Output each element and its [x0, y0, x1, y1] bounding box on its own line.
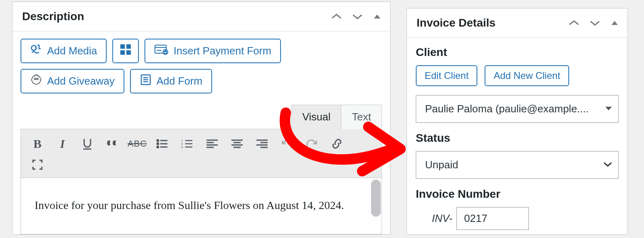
add-form-button[interactable]: Add Form — [130, 69, 212, 93]
move-down-icon[interactable] — [590, 20, 600, 26]
tab-text[interactable]: Text — [341, 105, 382, 129]
panel-order-controls-side — [569, 20, 619, 26]
description-header: Description — [12, 2, 390, 31]
editor-content-area[interactable]: Invoice for your purchase from Sullie's … — [21, 178, 382, 234]
media-icon — [30, 44, 42, 58]
editor-tabs: Visual Text — [21, 105, 382, 129]
invoice-number-input[interactable] — [456, 207, 529, 230]
insert-payment-form-button[interactable]: Insert Payment Form — [144, 39, 281, 63]
description-title: Description — [22, 10, 84, 23]
move-up-icon[interactable] — [331, 13, 342, 20]
invoice-details-body: Client Edit Client Add New Client Paulie… — [407, 38, 627, 234]
fullscreen-button[interactable] — [25, 155, 50, 174]
edit-client-button[interactable]: Edit Client — [416, 65, 477, 86]
svg-text:3: 3 — [181, 145, 183, 149]
add-form-label: Add Form — [157, 75, 202, 87]
payment-form-icon — [154, 44, 169, 58]
svg-point-17 — [157, 140, 159, 141]
description-body: Add Media Insert Payment Form — [12, 31, 390, 234]
description-metabox: Description — [12, 2, 390, 235]
tab-visual[interactable]: Visual — [291, 105, 341, 129]
panel-order-controls — [331, 13, 381, 20]
undo-button[interactable] — [275, 134, 299, 153]
form-icon — [140, 74, 152, 89]
invoice-number-prefix: INV- — [416, 212, 452, 225]
svg-rect-3 — [120, 50, 125, 55]
strikethrough-button[interactable]: ABC — [125, 134, 150, 153]
italic-button[interactable]: I — [50, 134, 75, 153]
toggle-panel-icon[interactable] — [373, 14, 381, 19]
svg-rect-1 — [120, 44, 125, 49]
move-down-icon[interactable] — [352, 13, 363, 20]
client-label: Client — [416, 46, 619, 59]
invoice-number-label: Invoice Number — [416, 188, 619, 201]
blockquote-button[interactable] — [100, 134, 125, 153]
svg-rect-4 — [126, 50, 131, 55]
move-up-icon[interactable] — [569, 20, 579, 26]
status-select[interactable]: Unpaid — [416, 151, 619, 179]
bullet-list-button[interactable] — [150, 134, 175, 153]
status-label: Status — [416, 132, 619, 145]
editor-text: Invoice for your purchase from Sullie's … — [35, 199, 344, 211]
client-select[interactable]: Paulie Paloma (paulie@example.... — [416, 95, 619, 123]
svg-point-19 — [157, 143, 159, 145]
redo-button[interactable] — [299, 134, 324, 153]
numbered-list-button[interactable]: 123 — [175, 134, 200, 153]
link-button[interactable] — [324, 134, 349, 153]
invoice-number-row: INV- — [416, 207, 619, 230]
insert-payment-form-label: Insert Payment Form — [173, 45, 271, 57]
blocks-icon — [120, 43, 132, 58]
add-media-button[interactable]: Add Media — [21, 39, 107, 63]
blocks-button[interactable] — [112, 39, 139, 63]
svg-point-21 — [157, 146, 159, 148]
editor-toolbar: B I ABC 123 — [21, 129, 382, 178]
align-right-button[interactable] — [250, 134, 275, 153]
svg-rect-2 — [126, 44, 131, 49]
svg-point-11 — [37, 78, 38, 80]
align-left-button[interactable] — [200, 134, 225, 153]
svg-point-10 — [34, 78, 36, 80]
editor-scrollbar[interactable] — [371, 180, 381, 217]
add-new-client-button[interactable]: Add New Client — [485, 65, 569, 86]
invoice-details-title: Invoice Details — [417, 17, 495, 29]
align-center-button[interactable] — [225, 134, 250, 153]
add-giveaway-label: Add Giveaway — [47, 75, 115, 87]
underline-button[interactable] — [75, 134, 100, 153]
add-giveaway-button[interactable]: Add Giveaway — [21, 69, 124, 93]
client-buttons: Edit Client Add New Client — [416, 65, 619, 86]
giveaway-icon — [30, 74, 42, 89]
toggle-panel-icon[interactable] — [611, 20, 619, 26]
invoice-details-metabox: Invoice Details Client Edit Client Add N… — [407, 8, 628, 235]
media-button-row: Add Media Insert Payment Form — [21, 39, 382, 63]
invoice-details-header: Invoice Details — [407, 8, 627, 38]
add-media-label: Add Media — [47, 45, 97, 57]
media-button-row-2: Add Giveaway Add Form — [21, 69, 382, 93]
bold-button[interactable]: B — [25, 134, 50, 153]
